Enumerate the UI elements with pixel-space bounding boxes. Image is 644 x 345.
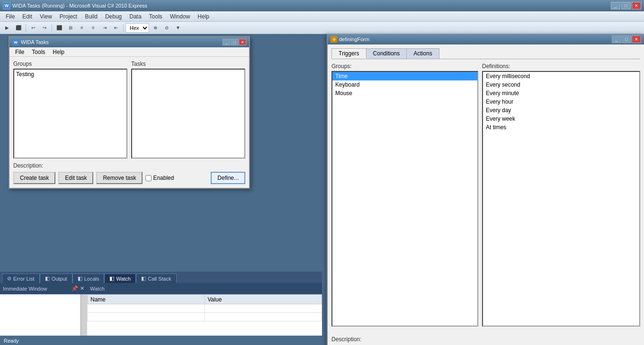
toolbar-btn-5[interactable]: ⬛ <box>54 23 64 33</box>
vs-menu-help[interactable]: Help <box>194 12 213 21</box>
tab-triggers[interactable]: Triggers <box>331 48 367 59</box>
toolbar-btn-11[interactable]: ⊕ <box>150 23 161 33</box>
toolbar-sep-2 <box>52 24 52 32</box>
toolbar-btn-8[interactable]: ≡ <box>88 23 98 33</box>
tab-error-list[interactable]: ⊘ Error List <box>2 274 40 283</box>
watch-row-1-name[interactable] <box>88 304 205 313</box>
defining-definitions-listbox[interactable]: Every millisecond Every second Every min… <box>482 71 640 327</box>
defining-minimize-btn[interactable]: _ <box>612 35 621 43</box>
wida-tasks-window: W WIDA Tasks _ □ ✕ File Tools Help Group… <box>9 36 250 189</box>
watch-row-1-value[interactable] <box>205 304 322 313</box>
toolbar-btn-13[interactable]: ▼ <box>173 23 183 33</box>
def-every-week[interactable]: Every week <box>483 115 639 123</box>
wida-menu-tools[interactable]: Tools <box>28 48 49 56</box>
watch-row-2-name[interactable] <box>88 313 205 321</box>
toolbar-btn-6[interactable]: ⊞ <box>65 23 76 33</box>
toolbar-btn-12[interactable]: ⊘ <box>161 23 172 33</box>
definitions-section-label: Definitions: <box>482 63 640 70</box>
wida-title: WIDA Tasks <box>21 39 221 45</box>
defining-close-btn[interactable]: ✕ <box>632 35 641 43</box>
toolbar-btn-2[interactable]: ⬛ <box>13 23 24 33</box>
def-at-times[interactable]: At times <box>483 123 639 132</box>
vs-menu-file[interactable]: File <box>2 12 18 21</box>
remove-task-button[interactable]: Remove task <box>96 172 143 184</box>
wida-groups-label: Groups <box>13 61 127 67</box>
vs-menu-debug[interactable]: Debug <box>101 12 125 21</box>
toolbar-btn-9[interactable]: ⇥ <box>99 23 110 33</box>
tab-call-stack[interactable]: ◧ Call Stack <box>136 274 177 283</box>
vs-menu-view[interactable]: View <box>36 12 56 21</box>
immediate-close-icon[interactable]: ✕ <box>80 285 84 292</box>
group-time[interactable]: Time <box>332 72 477 80</box>
vs-title: WIDA Tasks (Running) - Microsoft Visual … <box>12 3 609 9</box>
def-every-hour[interactable]: Every hour <box>483 97 639 106</box>
group-mouse[interactable]: Mouse <box>332 89 477 97</box>
wida-menu-file[interactable]: File <box>11 48 28 56</box>
output-icon: ◧ <box>45 275 50 282</box>
wida-content: Groups Testing Tasks Description: Create… <box>9 57 249 188</box>
vs-menu-tools[interactable]: Tools <box>145 12 166 21</box>
toolbar-btn-4[interactable]: ↪ <box>39 23 50 33</box>
wida-window-controls: _ □ ✕ <box>223 39 246 45</box>
def-every-second[interactable]: Every second <box>483 80 639 89</box>
wida-tasks-listbox[interactable] <box>131 69 245 159</box>
toolbar-btn-3[interactable]: ↩ <box>28 23 38 33</box>
error-list-icon: ⊘ <box>7 275 11 282</box>
wida-maximize-btn[interactable]: □ <box>231 39 238 45</box>
status-text: Ready <box>4 338 19 344</box>
enabled-checkbox[interactable] <box>145 175 152 181</box>
wida-groups-col: Groups Testing <box>13 61 127 159</box>
tab-watch[interactable]: ◧ Watch <box>104 274 136 283</box>
vs-minimize-btn[interactable]: _ <box>611 2 620 9</box>
vs-menu-build[interactable]: Build <box>81 12 101 21</box>
defining-groups-listbox[interactable]: Time Keyboard Mouse <box>331 71 478 327</box>
tab-locals[interactable]: ◧ Locals <box>72 274 105 283</box>
wida-groups-listbox[interactable]: Testing <box>13 69 127 159</box>
wida-close-btn[interactable]: ✕ <box>239 39 246 45</box>
vs-menu-edit[interactable]: Edit <box>18 12 36 21</box>
tab-actions[interactable]: Actions <box>406 48 439 59</box>
defining-description-row: Description: <box>331 335 640 344</box>
enabled-checkbox-label[interactable]: Enabled <box>145 175 174 181</box>
edit-task-button[interactable]: Edit task <box>58 172 93 184</box>
tab-output[interactable]: ◧ Output <box>40 274 72 283</box>
tab-conditions[interactable]: Conditions <box>366 48 407 59</box>
left-panel: W WIDA Tasks _ □ ✕ File Tools Help Group… <box>0 34 322 345</box>
defining-window-controls: _ □ ✕ <box>612 35 641 43</box>
def-every-minute[interactable]: Every minute <box>483 89 639 97</box>
def-every-millisecond[interactable]: Every millisecond <box>483 72 639 80</box>
immediate-label: Immediate Window <box>3 286 47 292</box>
vs-icon: W <box>3 2 10 9</box>
vs-close-btn[interactable]: ✕ <box>632 2 641 9</box>
vs-menu-project[interactable]: Project <box>56 12 81 21</box>
vs-menu-window[interactable]: Window <box>166 12 194 21</box>
vs-titlebar: W WIDA Tasks (Running) - Microsoft Visua… <box>0 0 644 11</box>
toolbar-sep-3 <box>123 24 124 32</box>
vs-maximize-btn[interactable]: □ <box>621 2 631 9</box>
toolbar-btn-10[interactable]: ⇤ <box>111 23 121 33</box>
watch-col-value: Value <box>205 295 322 304</box>
define-button[interactable]: Define... <box>211 172 245 184</box>
def-every-day[interactable]: Every day <box>483 106 639 115</box>
tab-actions-label: Actions <box>413 50 432 57</box>
wida-minimize-btn[interactable]: _ <box>223 39 230 45</box>
wida-group-testing[interactable]: Testing <box>15 71 125 78</box>
immediate-pin-icon[interactable]: 📌 <box>72 285 78 292</box>
watch-header: Watch <box>87 283 322 294</box>
vs-toolbar: ▶ ⬛ ↩ ↪ ⬛ ⊞ ≡ ≡ ⇥ ⇤ Hex ⊕ ⊘ ▼ <box>0 22 644 34</box>
wida-menu-help[interactable]: Help <box>49 48 68 56</box>
locals-icon: ◧ <box>78 275 82 282</box>
watch-row-2-value[interactable] <box>205 313 322 321</box>
group-keyboard[interactable]: Keyboard <box>332 80 477 89</box>
toolbar-hex-dropdown[interactable]: Hex <box>125 23 149 33</box>
toolbar-btn-7[interactable]: ≡ <box>77 23 87 33</box>
wida-titlebar: W WIDA Tasks _ □ ✕ <box>9 37 249 47</box>
vs-menu-data[interactable]: Data <box>125 12 145 21</box>
main-area: W WIDA Tasks _ □ ✕ File Tools Help Group… <box>0 34 644 345</box>
watch-window-label: Watch <box>90 286 105 292</box>
toolbar-btn-1[interactable]: ▶ <box>2 23 12 33</box>
watch-icon: ◧ <box>109 275 114 282</box>
defining-maximize-btn[interactable]: □ <box>622 35 631 43</box>
defining-groups-section: Groups: Time Keyboard Mouse <box>331 63 478 332</box>
create-task-button[interactable]: Create task <box>13 172 55 184</box>
